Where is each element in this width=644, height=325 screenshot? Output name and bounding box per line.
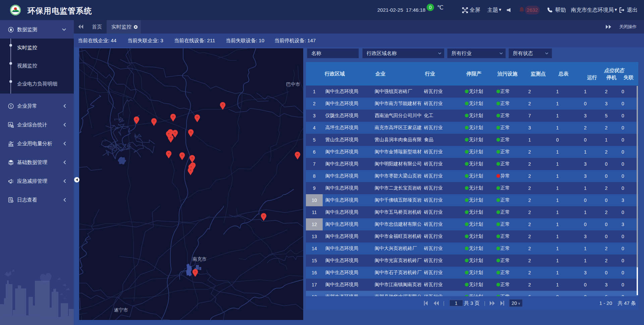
svg-text:巴中市: 巴中市: [286, 82, 300, 87]
svg-text:南充市: 南充市: [193, 256, 207, 262]
svg-text:遂宁市: 遂宁市: [114, 307, 128, 313]
